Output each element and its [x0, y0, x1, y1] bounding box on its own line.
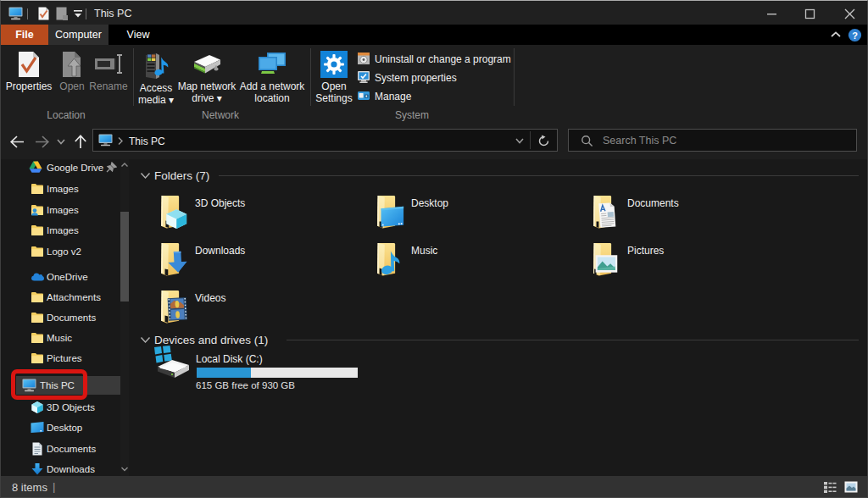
svg-text:?: ? — [852, 30, 858, 41]
